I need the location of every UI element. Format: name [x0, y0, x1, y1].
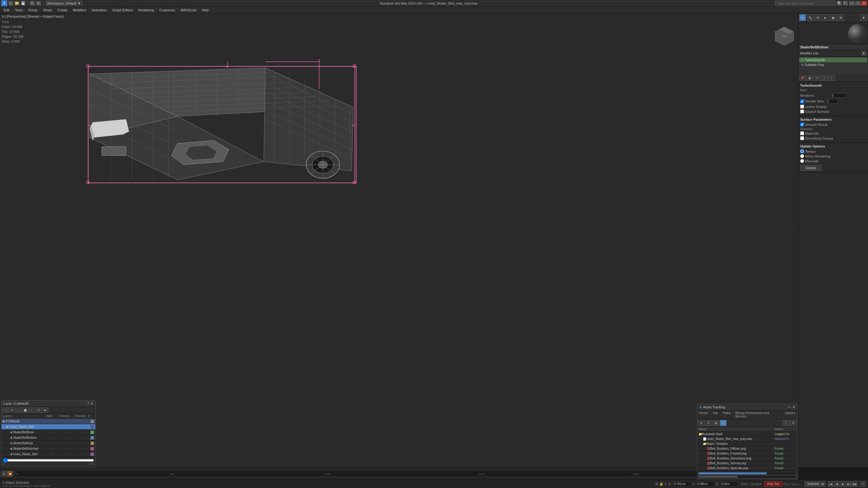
next-frame-btn[interactable]: ▶|	[846, 481, 851, 487]
asset-close-btn[interactable]: ✕	[792, 405, 795, 409]
search-input[interactable]	[775, 1, 836, 6]
z-field[interactable]: 0.0cm	[720, 481, 738, 487]
selected-dropdown[interactable]: Selected All None	[804, 481, 826, 487]
menu-graph-editors[interactable]: Graph Editors	[110, 8, 135, 12]
asset-settings-btn[interactable]: ⚙	[790, 420, 797, 426]
layer-expand-btn[interactable]: ▶	[42, 408, 49, 413]
search-btn[interactable]: 🔍	[837, 1, 842, 6]
asset-row-specular[interactable]: 🖼 Belt_Bucklers_Specular.png Found	[697, 466, 797, 471]
move-down-btn[interactable]: ↓	[828, 75, 835, 81]
smooth-result-checkbox[interactable]	[800, 123, 804, 127]
asset-row-normal[interactable]: 🖼 Belt_Bucklers_Normal.png Found	[697, 461, 797, 466]
asset-menu-paths[interactable]: Paths	[722, 411, 732, 418]
menu-edit[interactable]: Edit	[1, 8, 12, 12]
asset-row-max-file[interactable]: 📄 Used_Skater_Belt_max_vray.max Network …	[697, 436, 797, 442]
open-btn[interactable]: 📂	[14, 1, 20, 6]
layers-close-btn[interactable]: ✕	[90, 401, 93, 405]
modifier-item-editable-poly[interactable]: Editable Poly	[799, 62, 867, 67]
layer-row-base[interactable]: ◈ SkaterBeltBase — — —	[2, 430, 95, 435]
always-radio[interactable]	[800, 149, 804, 153]
menu-help[interactable]: Help	[199, 8, 212, 12]
save-btn[interactable]: 💾	[21, 1, 26, 6]
menu-group[interactable]: Group	[26, 8, 40, 12]
play-end-btn[interactable]: ▶▶	[852, 481, 858, 487]
menu-customize[interactable]: Customize	[157, 8, 178, 12]
asset-row-vault[interactable]: 📁 Autodesk Vault Logged On	[697, 432, 797, 436]
explicit-normals-checkbox[interactable]	[800, 109, 804, 113]
layers-scrubber[interactable]	[3, 459, 94, 461]
layer-delete-btn[interactable]: ✕	[9, 408, 15, 413]
layer-new-btn[interactable]: +	[2, 408, 8, 413]
iterations-input[interactable]	[831, 93, 846, 98]
help-btn[interactable]: ?	[843, 1, 848, 6]
panel-options-btn[interactable]: ▼	[860, 14, 867, 21]
redo-btn[interactable]: ↪	[36, 1, 41, 6]
asset-btn-3[interactable]: ▦	[713, 420, 719, 426]
menu-views[interactable]: Views	[40, 8, 54, 12]
display-icon-btn[interactable]: ◉	[830, 14, 836, 21]
layer-row-used-skater-belt[interactable]: ▶ Used_Skater_Belt — — —	[2, 424, 95, 430]
nav-cube[interactable]: TOP	[774, 26, 795, 47]
play-prev-btn[interactable]: |◀	[828, 481, 833, 487]
timeline-track[interactable]: 0 50 100 150 200 225	[15, 471, 787, 477]
asset-btn-4[interactable]: ⊟	[720, 420, 726, 426]
render-iters-checkbox[interactable]	[800, 99, 804, 103]
y-field[interactable]: 0.88cm	[696, 481, 715, 487]
asset-btn-2[interactable]: ☰	[705, 420, 712, 426]
asset-row-fresnel[interactable]: 🖼 Belt_Bucklers_Fresnel.png Found	[697, 451, 797, 456]
smoothing-groups-checkbox[interactable]	[800, 136, 804, 140]
delete-mod-btn[interactable]: 🗑	[806, 75, 813, 81]
manually-radio[interactable]	[800, 159, 804, 163]
x-field[interactable]: 0.251cm	[673, 481, 691, 487]
asset-menu-server[interactable]: Server	[698, 411, 709, 418]
menu-maxscript[interactable]: MAXScript	[178, 8, 199, 12]
timeline-btn-1[interactable]: ⊕	[1, 471, 7, 477]
move-up-btn[interactable]: ↑	[821, 75, 828, 81]
new-btn[interactable]: □	[8, 1, 13, 6]
hierarchy-icon-btn[interactable]: H	[814, 14, 821, 21]
menu-tools[interactable]: Tools	[12, 8, 25, 12]
isoline-checkbox[interactable]	[800, 105, 804, 108]
layer-add-sel-btn[interactable]: ↓	[16, 408, 22, 413]
layer-row-notched[interactable]: ◈ SkaterBeltNotched — — —	[2, 446, 95, 452]
timeline-mode-btn[interactable]: ⏱	[860, 481, 866, 487]
render-iters-input[interactable]	[826, 99, 838, 104]
close-btn[interactable]: ✕	[861, 1, 867, 5]
materials-checkbox[interactable]	[800, 131, 804, 135]
asset-minimize-btn[interactable]: —	[787, 405, 791, 409]
modify-icon-btn[interactable]: 🔧	[807, 14, 813, 21]
minimize-btn[interactable]: —	[849, 1, 855, 5]
autokey-btn[interactable]: Auto Key	[764, 481, 782, 486]
prev-frame-btn[interactable]: ◀	[834, 481, 839, 487]
modifier-item-turbosmooth[interactable]: TurboSmooth	[799, 58, 867, 62]
add-mod-btn[interactable]: +	[813, 75, 820, 81]
asset-row-glossiness[interactable]: 🖼 Belt_Bucklers_Glossiness.png Found	[697, 456, 797, 461]
maximize-btn[interactable]: □	[855, 1, 861, 5]
menu-animation[interactable]: Animation	[89, 8, 109, 12]
asset-row-diffuse[interactable]: 🖼 Belt_Bucklers_Diffuse.png Found	[697, 446, 797, 451]
create-icon-btn[interactable]: ✦	[799, 14, 806, 21]
layer-row-default[interactable]: ▶ 0 (default) — — —	[2, 419, 95, 424]
asset-help-btn[interactable]: ?	[782, 420, 789, 426]
asset-menu-file[interactable]: File	[712, 411, 719, 418]
layer-sel-highlight-btn[interactable]: ⬤	[22, 408, 28, 413]
menu-create[interactable]: Create	[55, 8, 70, 12]
undo-btn[interactable]: ↩	[30, 1, 35, 6]
asset-row-maps[interactable]: 📁 Maps / Shaders	[697, 442, 797, 446]
utilities-icon-btn[interactable]: ⚙	[837, 14, 844, 21]
layer-row-used-belt[interactable]: ◈ Used_Skater_Belt — — —	[2, 452, 95, 457]
asset-btn-1[interactable]: ⊞	[698, 420, 705, 426]
layers-help-btn[interactable]: ?	[87, 401, 89, 405]
workspace-dropdown[interactable]: Workspace: Default ▼	[45, 1, 83, 6]
layer-row-bottom[interactable]: ◈ SkaterBeltBottom — — —	[2, 435, 95, 441]
asset-menu-bitmap[interactable]: Bitmap Performance and Memory	[734, 411, 781, 418]
play-btn[interactable]: ▶	[840, 481, 845, 487]
motion-icon-btn[interactable]: ►	[822, 14, 829, 21]
viewport[interactable]: [+] [Perspective] [Shaded + Edged Faces]…	[0, 13, 798, 467]
layer-options-btn[interactable]: ☰	[36, 408, 42, 413]
menu-modifiers[interactable]: Modifiers	[70, 8, 89, 12]
layer-move-btn[interactable]: ↕	[29, 408, 35, 413]
timeline-key-icon[interactable]: ◆	[7, 471, 13, 477]
asset-menu-options[interactable]: Options	[784, 411, 797, 418]
layer-row-grip[interactable]: ◈ SkaterBeltGrip — — —	[2, 441, 95, 446]
